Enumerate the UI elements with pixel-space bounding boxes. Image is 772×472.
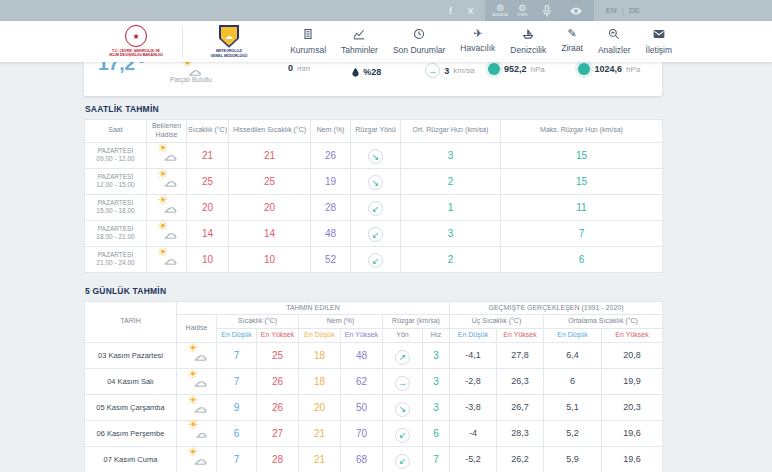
current-precipitation: Yağış 0mm — [288, 62, 310, 73]
nav-havacilik[interactable]: ✈ Havacılık — [460, 28, 495, 55]
top-bar: f X ⚙ ANKARA ⚙ İZMİR EN | DE — [0, 0, 772, 21]
nav-label: Tahminler — [341, 45, 378, 55]
x-twitter-icon[interactable]: X — [461, 0, 481, 21]
nav-denizcilik[interactable]: Denizcilik — [510, 28, 546, 55]
app-label: İZMİR — [517, 14, 528, 18]
app-label: ANKARA — [493, 14, 509, 18]
city-app-ankara[interactable]: ⚙ ANKARA — [493, 4, 509, 17]
daily-row: 07 Kasım Cuma ☀☁ 7 28 21 68 ↙ 7 -5,2 26,… — [85, 446, 663, 472]
city-app-izmir[interactable]: ⚙ İZMİR — [517, 4, 528, 17]
nav-son-durumlar[interactable]: Son Durumlar — [393, 28, 445, 55]
wind-direction-icon: ↘ — [368, 149, 383, 164]
airplane-icon: ✈ — [473, 28, 482, 40]
clock-icon — [413, 28, 425, 42]
col-saat: Saat — [85, 120, 147, 143]
nav-iletisim[interactable]: İletişim — [646, 28, 672, 55]
partly-cloudy-icon: ☀☁ — [157, 172, 177, 186]
pencil-leaf-icon: ✎ — [567, 28, 576, 40]
nav-tahminler[interactable]: Tahminler — [341, 28, 378, 55]
col-en-dusuk: En Düşük — [450, 329, 497, 343]
nav-ziraat[interactable]: ✎ Ziraat — [561, 28, 583, 55]
partly-cloudy-icon: ☀☁ — [157, 198, 177, 212]
col-hiz: Hız — [423, 329, 450, 343]
main-nav: Kurumsal Tahminler Son Durumlar ✈ Havacı… — [290, 28, 672, 55]
nav-label: Ziraat — [561, 43, 583, 53]
daily-row: 05 Kasım Çarşamba ☀☁ 9 26 20 50 ↘ 3 -3,8… — [85, 394, 663, 420]
nav-analizler[interactable]: Analizler — [598, 28, 631, 55]
partly-cloudy-icon: ☀☁ — [187, 372, 207, 386]
col-hadise: Hadise — [177, 315, 217, 343]
col-yon: Yön — [383, 329, 423, 343]
ministry-emblem-icon: ★ — [125, 25, 147, 47]
col-en-yuksek: En Yüksek — [602, 329, 663, 343]
current-pressure-sea-level: Denize İndirgenmiş Basınç 1024,6hPa — [571, 62, 648, 75]
microphone-icon[interactable] — [537, 4, 557, 18]
mgm-logo-line2: GENEL MÜDÜRLÜĞÜ — [211, 54, 248, 58]
group-sicaklik: Sıcaklık (°C) — [217, 315, 299, 329]
col-en-yuksek: En Yüksek — [257, 329, 299, 343]
group-tahmin-edilen: TAHMİN EDİLEN — [177, 301, 450, 315]
col-en-dusuk: En Düşük — [217, 329, 257, 343]
nav-label: Son Durumlar — [393, 45, 445, 55]
current-temperature: 17,2°C — [98, 62, 144, 73]
droplet-icon — [352, 63, 359, 81]
daily-row: 03 Kasım Pazartesi ☀☁ 7 25 18 48 ↗ 3 -4,… — [85, 342, 663, 368]
hourly-forecast-table: Saat Beklenen Hadise Sıcaklık (°C) Hisse… — [84, 119, 663, 273]
wind-direction-icon: ↘ — [368, 175, 383, 190]
gear-icon: ⚙ — [518, 4, 526, 13]
group-ortalama-sicaklik: Ortalama Sıcaklık (°C) — [544, 315, 663, 329]
nav-label: Havacılık — [460, 43, 495, 53]
wind-direction-icon: ↘ — [395, 402, 410, 417]
accessibility-eye-icon[interactable] — [566, 6, 586, 16]
col-en-yuksek: En Yüksek — [497, 329, 544, 343]
nav-kurumsal[interactable]: Kurumsal — [290, 28, 326, 55]
facebook-icon[interactable]: f — [441, 0, 461, 21]
daily-forecast-title: 5 GÜNLÜK TAHMİN — [85, 286, 772, 296]
partly-cloudy-icon: ☀☁ — [157, 146, 177, 160]
current-pressure-actual: Aktüel Basınç 952,2hPa — [488, 62, 545, 75]
ministry-logo[interactable]: ★ T.C. ÇEVRE, ŞEHİRCİLİK VE İKLİM DEĞİŞİ… — [100, 25, 172, 57]
col-beklenen-hadise: Beklenen Hadise — [147, 120, 187, 143]
current-humidity: Nem %28 — [352, 62, 381, 81]
ministry-logo-line2: İKLİM DEĞİŞİKLİĞİ BAKANLIĞI — [109, 53, 163, 57]
hourly-row: PAZARTESİ18.00 - 21.00 ☀☁ 14 14 48 ↙ 3 7 — [85, 220, 663, 246]
pressure-dot-icon — [578, 63, 590, 75]
wind-direction-icon: → — [395, 376, 410, 391]
site-header: ★ T.C. ÇEVRE, ŞEHİRCİLİK VE İKLİM DEĞİŞİ… — [0, 21, 772, 62]
col-en-dusuk: En Düşük — [299, 329, 341, 343]
mgm-logo[interactable]: ☁ METEOROLOJİ GENEL MÜDÜRLÜĞÜ — [193, 25, 265, 58]
wind-direction-icon: ↗ — [395, 350, 410, 365]
daily-row: 04 Kasım Salı ☀☁ 7 26 18 62 → 3 -2,8 26,… — [85, 368, 663, 394]
partly-cloudy-icon: ☀☁ — [187, 398, 207, 412]
nav-label: Kurumsal — [290, 45, 326, 55]
daily-forecast-table: TARİH TAHMİN EDİLEN GEÇMİŞTE GERÇEKLEŞEN… — [84, 301, 663, 472]
logo-divider — [182, 26, 183, 58]
lang-en[interactable]: EN — [606, 6, 617, 15]
lang-de[interactable]: DE — [629, 6, 640, 15]
nav-label: İletişim — [646, 45, 672, 55]
group-nem: Nem (%) — [299, 315, 383, 329]
wind-direction-icon: ↙ — [368, 227, 383, 242]
magnifier-chart-icon — [608, 28, 620, 42]
wind-direction-icon: ↙ — [368, 253, 383, 268]
partly-cloudy-icon: ☀☁ — [157, 224, 177, 238]
col-ort-ruzgar: Ort. Rüzgar Hızı (km/sa) — [401, 120, 501, 143]
current-condition: ☀☁ Parçalı Bulutlu — [170, 62, 212, 83]
col-en-dusuk: En Düşük — [544, 329, 602, 343]
language-switch: EN | DE — [606, 6, 640, 15]
topbar-app-group: ⚙ ANKARA ⚙ İZMİR — [485, 0, 594, 21]
mostly-sunny-icon: ☀☁ — [187, 424, 207, 438]
logo-group: ★ T.C. ÇEVRE, ŞEHİRCİLİK VE İKLİM DEĞİŞİ… — [100, 25, 265, 58]
wind-direction-icon: ↙ — [368, 201, 383, 216]
hourly-forecast-title: SAATLİK TAHMİN — [85, 104, 772, 114]
pressure-dot-icon — [488, 63, 500, 75]
partly-cloudy-icon: ☀☁ — [187, 450, 207, 464]
group-ruzgar: Rüzgar (km/sa) — [383, 315, 450, 329]
nav-label: Denizcilik — [510, 45, 546, 55]
building-icon — [302, 28, 314, 42]
wind-direction-icon: ↙ — [395, 454, 410, 469]
line-chart-icon — [353, 28, 365, 42]
hourly-row: PAZARTESİ15.00 - 18.00 ☀☁ 20 20 28 ↙ 1 1… — [85, 194, 663, 220]
daily-row: 06 Kasım Perşembe ☀☁ 6 27 21 70 ↙ 6 -4 2… — [85, 420, 663, 446]
ship-icon — [522, 28, 534, 42]
